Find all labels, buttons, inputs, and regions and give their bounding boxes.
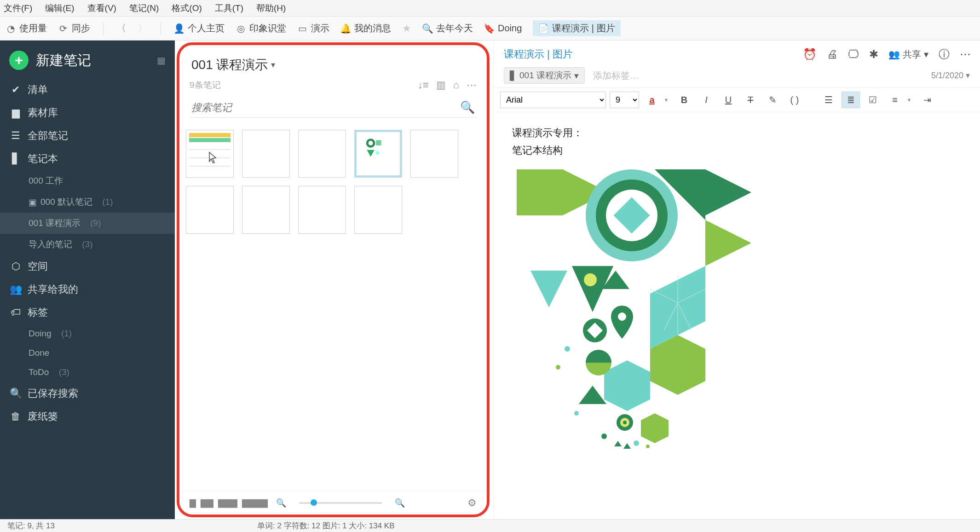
view-icon[interactable]: ▥ (436, 79, 446, 91)
menu-file[interactable]: 文件(F) (4, 2, 32, 14)
sidebar-item-space[interactable]: ⬡空间 (0, 255, 175, 278)
tag-icon: 🏷 (10, 306, 21, 318)
font-select[interactable]: Arial (500, 92, 606, 108)
trash-icon: 🗑 (10, 411, 21, 422)
note-thumb[interactable] (298, 186, 346, 234)
sidebar-item-trash[interactable]: 🗑废纸篓 (0, 405, 175, 428)
note-thumb[interactable] (242, 186, 290, 234)
svg-rect-1 (189, 138, 231, 142)
note-thumb[interactable] (410, 130, 458, 178)
cols2-icon[interactable]: ▇▇ (201, 498, 213, 508)
cols4-icon[interactable]: ▇▇▇▇ (242, 498, 268, 508)
svg-marker-20 (530, 271, 567, 307)
zoom-slider[interactable] (299, 502, 382, 504)
open-note-chip[interactable]: 📄课程演示 | 图片 (533, 20, 620, 36)
sidebar-item-tags[interactable]: 🏷标签 (0, 301, 175, 324)
notebook-000work[interactable]: 000 工作 (0, 170, 175, 191)
align-button[interactable]: ≡ (886, 92, 904, 108)
code-button[interactable]: ( ) (785, 92, 804, 108)
menu-format[interactable]: 格式(O) (172, 2, 202, 14)
new-note-button[interactable]: + 新建笔记 ▦ (0, 46, 175, 78)
highlight-button[interactable]: ✎ (763, 92, 782, 108)
font-color-button[interactable]: a (643, 92, 661, 108)
tag-todo[interactable]: ToDo (3) (0, 363, 175, 382)
yinxiang-button[interactable]: ◎印象识堂 (236, 22, 286, 35)
notebook-000default[interactable]: ▣000 默认笔记 (1) (0, 191, 175, 213)
notebook-001course[interactable]: 001 课程演示 (9) (0, 213, 175, 234)
tags-input[interactable]: 添加标签… (593, 69, 639, 82)
search-input[interactable] (191, 102, 460, 114)
svg-rect-0 (189, 133, 231, 137)
info-icon[interactable]: ⓘ (939, 47, 950, 62)
zoom-in-icon[interactable]: 🔍 (395, 498, 405, 508)
sidebar-item-library[interactable]: ▆素材库 (0, 101, 175, 124)
tag-done[interactable]: Done (0, 343, 175, 363)
gear-icon[interactable]: ⚙ (467, 497, 477, 509)
present-button[interactable]: ▭演示 (297, 22, 329, 35)
list-ul-button[interactable]: ☰ (819, 92, 838, 108)
note-thumb[interactable] (186, 186, 234, 234)
grid-icon[interactable]: ▦ (157, 55, 166, 66)
sidebar-item-shared[interactable]: 👥共享给我的 (0, 278, 175, 301)
filter-icon[interactable]: ⌂ (453, 79, 459, 91)
list-ol-button[interactable]: ≣ (842, 92, 860, 108)
sort-icon[interactable]: ↓≡ (418, 79, 429, 91)
nav-forward-icon[interactable]: 〉 (138, 23, 148, 34)
notebook-icon: ▋ (10, 153, 21, 165)
tag-doing[interactable]: Doing (1) (0, 324, 175, 343)
menu-view[interactable]: 查看(V) (87, 2, 116, 14)
notebook-imported[interactable]: 导入的笔记 (3) (0, 234, 175, 255)
strike-button[interactable]: T (741, 92, 760, 108)
lastyear-button[interactable]: 🔍去年今天 (422, 22, 473, 35)
cols3-icon[interactable]: ▇▇▇ (218, 498, 237, 508)
sidebar-item-checklist[interactable]: ✔清单 (0, 78, 175, 101)
list-search[interactable]: 🔍 (190, 98, 477, 118)
more-icon[interactable]: ⋯ (960, 48, 971, 61)
sidebar-item-saved-search[interactable]: 🔍已保存搜索 (0, 382, 175, 405)
sync-button[interactable]: ⟳同步 (58, 22, 90, 35)
notebook-icon: ▋ (510, 70, 517, 81)
sidebar-item-allnotes[interactable]: ☰全部笔记 (0, 124, 175, 147)
size-select[interactable]: 9 (610, 92, 639, 108)
star-icon[interactable]: ★ (402, 23, 411, 35)
note-count: 9条笔记 (190, 79, 221, 91)
gauge-icon: ◔ (6, 23, 16, 34)
search-icon[interactable]: 🔍 (460, 100, 475, 115)
more-icon[interactable]: ⋯ (467, 79, 477, 91)
present-icon[interactable]: 🖵 (848, 48, 859, 61)
menu-tools[interactable]: 工具(T) (215, 2, 243, 14)
people-icon: 👥 (10, 283, 21, 295)
note-thumb[interactable] (354, 186, 402, 234)
zoom-out-icon[interactable]: 🔍 (276, 498, 286, 508)
share-button[interactable]: 👥 共享 ▾ (888, 48, 928, 61)
sidebar-item-notebooks[interactable]: ▋笔记本 (0, 147, 175, 170)
menu-note[interactable]: 笔记(N) (129, 2, 159, 14)
svg-point-6 (369, 141, 373, 145)
nav-back-icon[interactable]: 〈 (116, 23, 127, 34)
menu-edit[interactable]: 编辑(E) (45, 2, 74, 14)
checkbox-button[interactable]: ☑ (864, 92, 882, 108)
home-button[interactable]: 👤个人主页 (174, 22, 225, 35)
doing-button[interactable]: 🔖Doing (484, 23, 522, 34)
editor-body[interactable]: 课程演示专用： 笔记本结构 (494, 112, 980, 519)
list-title[interactable]: 001 课程演示▾ (179, 45, 487, 76)
usage-button[interactable]: ◔使用量 (6, 22, 47, 35)
italic-button[interactable]: I (697, 92, 715, 108)
note-thumb-selected[interactable] (354, 130, 402, 178)
note-thumb[interactable] (298, 130, 346, 178)
indent-button[interactable]: ⇥ (918, 92, 936, 108)
note-date[interactable]: 5/1/2020 ▾ (931, 70, 970, 81)
note-thumb[interactable] (186, 130, 234, 178)
share-icon[interactable]: ✱ (869, 48, 878, 61)
print-icon[interactable]: 🖨 (827, 48, 838, 61)
messages-button[interactable]: 🔔我的消息 (340, 22, 391, 35)
underline-button[interactable]: U (719, 92, 738, 108)
note-thumb[interactable] (242, 130, 290, 178)
svg-marker-37 (579, 386, 606, 404)
bold-button[interactable]: B (675, 92, 693, 108)
menu-help[interactable]: 帮助(H) (256, 2, 286, 14)
cols1-icon[interactable]: ▇ (190, 498, 196, 508)
reminder-icon[interactable]: ⏰ (803, 48, 817, 61)
notebook-chip[interactable]: ▋001 课程演示▾ (504, 67, 585, 84)
note-title[interactable]: 课程演示 | 图片 (504, 47, 573, 61)
